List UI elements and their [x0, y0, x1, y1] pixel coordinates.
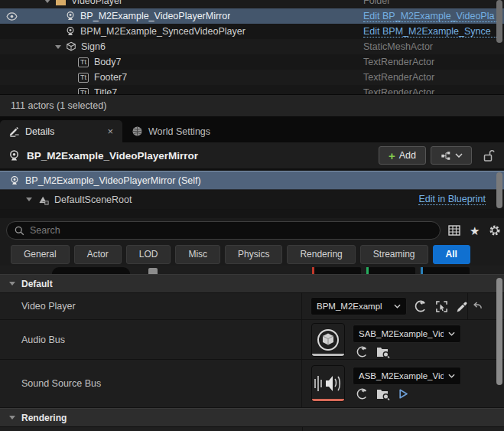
section-title: Default	[21, 279, 53, 289]
sound-source-bus-dropdown[interactable]: ASB_M2Example_Vide	[353, 367, 461, 385]
add-component-button[interactable]: + Add	[379, 146, 426, 165]
chevron-down-icon	[455, 153, 463, 158]
outliner-row-label: Body7	[94, 57, 121, 67]
scale-lock-icon[interactable]	[148, 268, 158, 274]
tab-world-settings[interactable]: World Settings	[122, 120, 219, 142]
chevron-down-icon	[448, 331, 455, 336]
sound-source-bus-thumbnail[interactable]	[311, 365, 345, 402]
video-player-dropdown[interactable]: BPM_M2Exampl	[311, 297, 407, 315]
visibility-eye-icon[interactable]	[0, 12, 23, 21]
play-preview-icon[interactable]	[398, 388, 409, 400]
outliner-row-type: TextRenderActor	[363, 87, 434, 94]
category-filter-row: General Actor LOD Misc Physics Rendering…	[0, 243, 504, 266]
text-render-icon: Tt	[78, 88, 89, 95]
audio-bus-thumbnail[interactable]	[311, 323, 345, 357]
outliner-row-videoplayer-folder[interactable]: VideoPlayer Folder	[0, 0, 504, 8]
outliner-row-bpm-syncedvideoplayer[interactable]: BPM_M2Example_SyncedVideoPlayer Edit BPM…	[0, 24, 504, 39]
section-title: Rendering	[21, 413, 67, 423]
display-grid-icon[interactable]	[448, 225, 460, 236]
partial-property-row	[0, 427, 504, 431]
filter-general[interactable]: General	[11, 245, 70, 264]
property-label: Video Player	[21, 301, 76, 312]
reset-to-default-icon[interactable]	[472, 300, 483, 312]
search-input[interactable]	[30, 225, 432, 236]
folder-icon	[55, 0, 67, 6]
property-row-video-player: Video Player BPM_M2Exampl	[0, 293, 504, 320]
outliner-row-label: BP_M2Example_VideoPlayerMirror	[80, 11, 230, 21]
globe-icon	[132, 126, 143, 137]
outliner-row-sign6[interactable]: Sign6 StaticMeshActor	[0, 39, 504, 54]
section-header-default[interactable]: Default	[0, 274, 504, 293]
outliner-row-type: StaticMeshActor	[363, 41, 433, 52]
unlock-icon[interactable]	[483, 149, 495, 162]
scale-z-field[interactable]	[421, 267, 470, 274]
section-collapse-icon[interactable]	[9, 416, 15, 420]
section-header-rendering[interactable]: Rendering	[0, 408, 504, 427]
outliner-status-bar: 111 actors (1 selected)	[0, 94, 504, 117]
plus-icon: +	[389, 150, 395, 162]
use-selected-asset-icon[interactable]	[356, 345, 369, 358]
scale-row-clipped	[0, 266, 504, 274]
favorites-star-icon[interactable]: ★	[470, 225, 480, 237]
outliner-scrollbar[interactable]	[496, 0, 502, 43]
outliner-row-bp-videoplayermirror[interactable]: BP_M2Example_VideoPlayerMirror Edit BP_M…	[0, 8, 504, 24]
section-collapse-icon[interactable]	[9, 282, 15, 286]
scale-x-field[interactable]	[312, 267, 361, 274]
filter-lod[interactable]: LOD	[126, 245, 171, 264]
pick-actor-icon[interactable]	[435, 300, 448, 313]
collapse-arrow-icon[interactable]	[26, 198, 32, 201]
edit-blueprint-link[interactable]: Edit BP_M2Example_VideoPla	[363, 11, 496, 22]
outliner-row-type: Folder	[363, 0, 390, 6]
outliner-row-body7[interactable]: Tt Body7 TextRenderActor	[0, 54, 504, 70]
add-button-label: Add	[399, 150, 416, 161]
edit-in-blueprint-link[interactable]: Edit in Blueprint	[418, 194, 486, 205]
use-selected-asset-icon[interactable]	[356, 387, 369, 400]
component-row-self[interactable]: BP_M2Example_VideoPlayerMirror (Self)	[0, 171, 504, 190]
panel-tab-bar: Details × World Settings	[0, 117, 504, 142]
filter-physics[interactable]: Physics	[225, 245, 282, 264]
property-label: Sound Source Bus	[21, 378, 101, 389]
blueprint-hierarchy-dropdown-button[interactable]	[431, 146, 472, 165]
scene-root-icon	[38, 194, 49, 205]
property-panel: Default Video Player BPM_M2Exampl	[0, 266, 504, 431]
text-render-icon: Tt	[78, 73, 89, 83]
filter-all[interactable]: All	[433, 245, 470, 264]
browse-to-asset-icon[interactable]	[376, 388, 390, 400]
component-tree-scrollbar[interactable]	[496, 172, 502, 208]
scale-selector-clipped[interactable]	[52, 267, 130, 274]
close-icon[interactable]: ×	[107, 126, 113, 137]
static-mesh-icon	[66, 41, 76, 52]
outliner-row-type: TextRenderActor	[363, 72, 434, 83]
scale-y-field[interactable]	[366, 267, 415, 274]
tab-label: Details	[25, 126, 54, 137]
tab-details[interactable]: Details ×	[0, 120, 122, 142]
outliner-row-label: Footer7	[94, 72, 127, 83]
settings-gear-icon[interactable]	[489, 224, 501, 237]
filter-misc[interactable]: Misc	[175, 245, 220, 264]
outliner-row-footer7[interactable]: Tt Footer7 TextRenderActor	[0, 70, 504, 85]
component-label: BP_M2Example_VideoPlayerMirror (Self)	[25, 175, 201, 186]
collapse-arrow-icon[interactable]	[44, 0, 50, 3]
outliner-row-label: Title7	[94, 87, 117, 94]
camera-actor-icon	[65, 11, 76, 21]
browse-to-asset-icon[interactable]	[376, 346, 390, 358]
search-box[interactable]	[6, 221, 441, 240]
use-selected-asset-icon[interactable]	[414, 299, 428, 313]
edit-blueprint-link[interactable]: Edit BPM_M2Example_Synce	[363, 26, 496, 38]
outliner-row-label: BPM_M2Example_SyncedVideoPlayer	[80, 26, 245, 37]
component-row-defaultsceneroot[interactable]: DefaultSceneRoot Edit in Blueprint	[0, 190, 504, 209]
filter-streaming[interactable]: Streaming	[360, 245, 428, 264]
filter-actor[interactable]: Actor	[74, 245, 122, 264]
audio-bus-dropdown[interactable]: SAB_M2Example_Vide	[353, 325, 461, 343]
unreal-details-panel: VideoPlayer Folder BP_M2Example_VideoPla…	[0, 0, 504, 431]
text-render-icon: Tt	[78, 57, 89, 67]
details-pencil-icon	[9, 126, 20, 137]
outliner-row-title7[interactable]: Tt Title7 TextRenderActor	[0, 85, 504, 94]
dropdown-value: SAB_M2Example_Vide	[359, 329, 444, 338]
outliner-row-label: Sign6	[81, 41, 106, 52]
filter-rendering[interactable]: Rendering	[287, 245, 355, 264]
collapse-arrow-icon[interactable]	[55, 45, 61, 49]
node-hierarchy-icon	[441, 151, 451, 161]
property-label: Audio Bus	[21, 335, 65, 345]
details-scrollbar[interactable]	[496, 278, 502, 385]
